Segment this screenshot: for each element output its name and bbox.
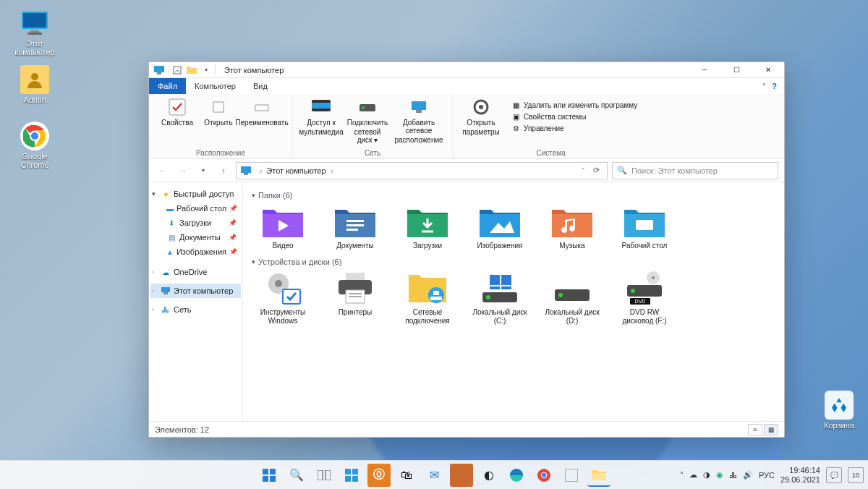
address-dropdown-button[interactable]: ˅ [582, 167, 585, 174]
mail-button[interactable]: ✉ [422, 464, 446, 487]
folder-windows-tools[interactable]: Инструменты Windows [252, 269, 314, 327]
svg-rect-18 [412, 101, 426, 110]
nav-back-button[interactable]: ← [155, 163, 171, 179]
store-button[interactable]: 🛍 [395, 464, 418, 487]
ribbon-open-settings-button[interactable]: Открыть параметры [460, 97, 502, 136]
drive-d[interactable]: Локальный диск (D:) [541, 269, 603, 327]
drive-c[interactable]: Локальный диск (C:) [469, 269, 531, 327]
notification-count[interactable]: 10 [848, 467, 864, 483]
sidebar-pictures[interactable]: ▲ Изображения 📌 [150, 244, 241, 259]
tray-language[interactable]: РУС [759, 471, 775, 480]
ribbon-label: Добавить сетевое [393, 119, 445, 135]
desktop-icon-admin[interactable]: Admin [9, 65, 61, 104]
refresh-button[interactable]: ⟳ [590, 166, 603, 175]
ribbon-manage-button[interactable]: ⚙Управление [511, 123, 637, 133]
tray-icon-1[interactable]: ☁ [689, 470, 697, 480]
user-folder-icon [20, 65, 49, 94]
sidebar-desktop[interactable]: ▬ Рабочий стол 📌 [150, 201, 241, 216]
tray-icon-2[interactable]: ◉ [716, 470, 723, 480]
taskbar-app-2[interactable] [450, 464, 473, 487]
folder-music[interactable]: Музыка [541, 203, 603, 252]
tab-view[interactable]: Вид [244, 78, 276, 94]
tab-computer[interactable]: Компьютер [186, 78, 244, 94]
folder-network-connections[interactable]: Сетевые подключения [396, 269, 459, 327]
tile-label: Локальный диск [472, 308, 527, 317]
pin-icon: 📌 [229, 234, 237, 241]
ribbon-media-access-button[interactable]: Доступ к мультимедиа [300, 97, 342, 136]
svg-rect-28 [346, 224, 364, 226]
sidebar-quick-access[interactable]: ▾ ★ Быстрый доступ [150, 187, 241, 201]
view-details-button[interactable]: ≡ [748, 424, 762, 435]
maximize-button[interactable]: ☐ [720, 62, 752, 78]
section-devices-header[interactable]: ▾Устройства и диски (6) [252, 258, 775, 266]
explorer-button[interactable] [587, 464, 610, 487]
search-icon: 🔍 [617, 166, 627, 175]
ribbon-properties-button[interactable]: Свойства [156, 97, 198, 127]
collapse-ribbon-button[interactable]: ˄ [762, 82, 766, 90]
widgets-button[interactable] [340, 464, 363, 487]
svg-rect-42 [430, 297, 442, 300]
sidebar-network[interactable]: › 🖧 Сеть [150, 302, 241, 317]
folder-documents[interactable]: Документы [324, 203, 386, 252]
ribbon-uninstall-button[interactable]: ▦Удалить или изменить программу [511, 100, 637, 110]
svg-rect-58 [270, 469, 276, 475]
steam-button[interactable]: ◐ [477, 464, 501, 487]
explorer-window: ▾ Этот компьютер ─ ☐ ✕ Файл Компьютер Ви… [148, 61, 785, 438]
qat-dropdown-button[interactable]: ▾ [200, 64, 212, 76]
ribbon-rename-button[interactable]: Переименовать [239, 97, 285, 127]
sidebar-onedrive[interactable]: › ☁ OneDrive [150, 265, 241, 279]
sidebar-documents[interactable]: ▤ Документы 📌 [150, 230, 241, 244]
qat-properties-button[interactable] [171, 64, 183, 76]
edge-button[interactable] [505, 464, 528, 487]
folder-pictures[interactable]: Изображения [469, 203, 531, 252]
ribbon-add-location-button[interactable]: Добавить сетевое расположение [393, 97, 445, 144]
ribbon-sys-properties-button[interactable]: ▣Свойства системы [511, 111, 637, 122]
tile-label: Принтеры [339, 308, 373, 317]
address-bar[interactable]: Этот компьютер ˅ ⟳ [236, 162, 608, 179]
minimize-button[interactable]: ─ [689, 62, 720, 78]
clock-date: 29.06.2021 [780, 475, 820, 485]
ribbon-label: Управление [524, 124, 564, 132]
ribbon-label: Подключить [347, 119, 388, 127]
help-button[interactable]: ? [772, 82, 777, 90]
notification-button[interactable]: 💬 [826, 467, 842, 483]
search-button[interactable]: 🔍 [285, 464, 308, 487]
tray-steam-icon[interactable]: ◑ [703, 470, 710, 480]
taskbar-app-3[interactable] [560, 464, 583, 487]
tray-clock[interactable]: 19:46:14 29.06.2021 [780, 466, 820, 485]
ribbon-map-drive-button[interactable]: Подключить сетевой диск ▾ [346, 97, 388, 144]
chrome-button[interactable] [532, 464, 556, 487]
ribbon-open-button[interactable]: Открыть [203, 97, 234, 127]
drive-dvd[interactable]: DVD DVD RW дисковод (F:) [613, 269, 676, 327]
tab-file[interactable]: Файл [149, 78, 186, 94]
desktop-icon-recycle-bin[interactable]: Корзина [813, 391, 865, 430]
desktop-icon-chrome[interactable]: Google Chrome [9, 122, 61, 169]
nav-forward-button[interactable]: → [175, 163, 191, 179]
folder-desktop[interactable]: Рабочий стол [613, 203, 676, 252]
downloads-folder-icon [406, 204, 449, 239]
taskbar-app-1[interactable]: ⓪ [367, 464, 391, 487]
desktop-icon-label: Этот компьютер [14, 39, 54, 56]
manage-icon: ⚙ [511, 123, 521, 133]
folder-videos[interactable]: Видео [252, 203, 314, 252]
tray-volume-icon[interactable]: 🔊 [743, 470, 753, 480]
desktop-icon-this-pc[interactable]: Этот компьютер [9, 9, 61, 56]
start-button[interactable] [258, 464, 281, 487]
nav-up-button[interactable]: ↑ [216, 163, 231, 179]
task-view-button[interactable] [312, 464, 336, 487]
search-input[interactable]: 🔍 Поиск: Этот компьютер [612, 162, 778, 179]
tray-overflow-button[interactable]: ˄ [680, 471, 684, 479]
sidebar-downloads[interactable]: ⬇ Загрузки 📌 [150, 216, 241, 230]
folder-downloads[interactable]: Загрузки [396, 203, 459, 252]
breadcrumb[interactable]: Этот компьютер [266, 166, 333, 175]
folder-printers[interactable]: Принтеры [324, 269, 386, 327]
ribbon-label: параметры [462, 128, 500, 136]
section-folders-header[interactable]: ▾Папки (6) [252, 191, 775, 200]
view-icons-button[interactable]: ▦ [764, 424, 778, 435]
tray-network-icon[interactable]: 🖧 [729, 471, 737, 480]
separator [215, 65, 216, 75]
sidebar-this-pc[interactable]: › Этот компьютер [150, 284, 241, 298]
nav-recent-button[interactable]: ▾ [195, 163, 211, 179]
svg-rect-1 [23, 13, 46, 27]
close-button[interactable]: ✕ [752, 62, 784, 78]
